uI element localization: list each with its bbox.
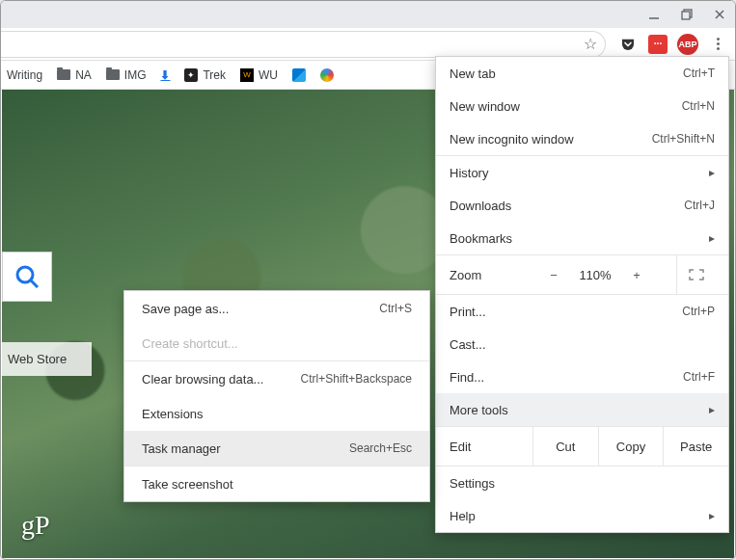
wu-icon: W [240, 68, 254, 82]
svg-line-6 [31, 280, 38, 287]
menu-shortcut: Ctrl+F [683, 370, 715, 384]
zoom-percent: 110% [571, 268, 619, 282]
menu-find[interactable]: Find...Ctrl+F [436, 360, 728, 393]
menu-shortcut: Ctrl+Shift+Backspace [301, 372, 412, 386]
menu-shortcut: Ctrl+N [682, 99, 715, 113]
bookmark-onedrive[interactable] [292, 68, 306, 82]
maximize-button[interactable] [677, 5, 696, 24]
search-icon [13, 262, 41, 291]
menu-edit-row: Edit Cut Copy Paste [436, 427, 728, 466]
menu-settings[interactable]: Settings [436, 467, 728, 499]
menu-history[interactable]: History▸ [436, 156, 728, 189]
menu-downloads[interactable]: DownloadsCtrl+J [436, 189, 728, 222]
submenu-take-screenshot[interactable]: Take screenshot [124, 467, 429, 501]
menu-label: Bookmarks [450, 231, 512, 246]
chrome-main-menu: New tabCtrl+T New windowCtrl+N New incog… [435, 56, 729, 533]
menu-label: Cast... [450, 337, 486, 352]
menu-label: Print... [450, 305, 486, 319]
pinwheel-icon [320, 68, 334, 82]
webstore-tile[interactable]: Web Store [2, 342, 92, 376]
fullscreen-icon [688, 268, 705, 281]
submenu-clear-browsing-data[interactable]: Clear browsing data...Ctrl+Shift+Backspa… [124, 361, 429, 396]
menu-label: Take screenshot [142, 477, 233, 492]
submenu-create-shortcut: Create shortcut... [124, 326, 429, 360]
extensions-area: ··· ABP [606, 34, 735, 55]
menu-new-window[interactable]: New windowCtrl+N [436, 90, 728, 122]
cloud-icon [292, 68, 306, 82]
bookmark-gphotos[interactable] [320, 68, 334, 82]
bookmark-trek[interactable]: ✦Trek [184, 68, 226, 82]
copy-button[interactable]: Copy [598, 427, 664, 466]
menu-label: New window [450, 99, 520, 114]
bookmark-folder-na[interactable]: NA [57, 68, 92, 82]
menu-label: Save page as... [142, 302, 229, 316]
bookmark-label: IMG [124, 68, 147, 82]
submenu-extensions[interactable]: Extensions [124, 396, 429, 431]
submenu-save-page-as[interactable]: Save page as...Ctrl+S [124, 291, 429, 326]
chevron-right-icon: ▸ [709, 166, 715, 179]
address-bar[interactable]: ☆ [1, 31, 606, 58]
cut-button[interactable]: Cut [532, 427, 598, 466]
fullscreen-button[interactable] [676, 255, 715, 294]
bookmark-label: Writing [7, 68, 42, 82]
menu-label: Help [450, 509, 476, 523]
paste-button[interactable]: Paste [663, 427, 728, 466]
minimize-button[interactable] [644, 5, 664, 24]
submenu-task-manager[interactable]: Task managerSearch+Esc [124, 431, 429, 466]
edit-label: Edit [436, 440, 532, 454]
folder-icon [57, 69, 70, 80]
adblock-extension-icon[interactable]: ABP [677, 34, 698, 55]
menu-label: Clear browsing data... [142, 372, 263, 387]
chevron-right-icon: ▸ [709, 231, 715, 245]
chrome-menu-button[interactable] [708, 38, 727, 50]
search-launcher[interactable] [2, 252, 52, 302]
menu-shortcut: Ctrl+S [379, 302, 412, 315]
menu-label: Create shortcut... [142, 336, 238, 351]
menu-shortcut: Ctrl+Shift+N [652, 132, 715, 146]
close-button[interactable] [710, 5, 729, 24]
menu-more-tools[interactable]: More tools▸ [436, 393, 728, 426]
menu-print[interactable]: Print...Ctrl+P [436, 295, 728, 328]
menu-label: New tab [450, 67, 496, 81]
chevron-right-icon: ▸ [709, 403, 715, 416]
menu-new-tab[interactable]: New tabCtrl+T [436, 57, 728, 90]
bookmark-star-icon[interactable]: ☆ [584, 35, 597, 53]
menu-label: New incognito window [450, 132, 574, 147]
more-tools-submenu: Save page as...Ctrl+S Create shortcut...… [123, 290, 430, 502]
menu-label: Downloads [450, 199, 511, 213]
svg-point-5 [17, 267, 33, 282]
browser-window: ☆ ··· ABP Writing NA IMG ⬇ ✦Trek WWU Web… [0, 0, 736, 560]
menu-shortcut: Ctrl+P [682, 305, 715, 318]
bookmark-writing[interactable]: Writing [7, 68, 42, 82]
menu-label: Settings [450, 476, 495, 491]
zoom-in-button[interactable]: + [619, 268, 654, 282]
menu-shortcut: Ctrl+J [684, 199, 715, 212]
folder-icon [106, 69, 120, 80]
menu-shortcut: Search+Esc [349, 441, 412, 455]
menu-label: Find... [450, 370, 484, 385]
zoom-label: Zoom [450, 268, 536, 282]
bookmark-folder-img[interactable]: IMG [106, 68, 147, 82]
svg-rect-2 [682, 12, 690, 19]
trek-icon: ✦ [184, 68, 198, 82]
menu-label: History [450, 166, 488, 180]
menu-label: Task manager [142, 441, 221, 456]
menu-cast[interactable]: Cast... [436, 328, 728, 360]
zoom-out-button[interactable]: − [536, 268, 571, 282]
menu-help[interactable]: Help▸ [436, 499, 728, 532]
menu-shortcut: Ctrl+T [683, 67, 715, 80]
pocket-extension-icon[interactable] [617, 34, 639, 55]
bookmark-label: Trek [203, 68, 226, 82]
menu-label: Extensions [142, 407, 204, 421]
bookmark-label: WU [259, 68, 278, 82]
chevron-right-icon: ▸ [709, 509, 715, 522]
bookmark-wu[interactable]: WWU [240, 68, 278, 82]
bookmark-download[interactable]: ⬇ [160, 68, 170, 82]
menu-zoom-row: Zoom − 110% + [436, 255, 728, 294]
menu-incognito[interactable]: New incognito windowCtrl+Shift+N [436, 122, 728, 155]
download-icon: ⬇ [160, 68, 170, 82]
menu-bookmarks[interactable]: Bookmarks▸ [436, 222, 728, 254]
window-titlebar [1, 1, 735, 28]
red-extension-icon[interactable]: ··· [648, 35, 668, 54]
webstore-label: Web Store [8, 352, 67, 366]
